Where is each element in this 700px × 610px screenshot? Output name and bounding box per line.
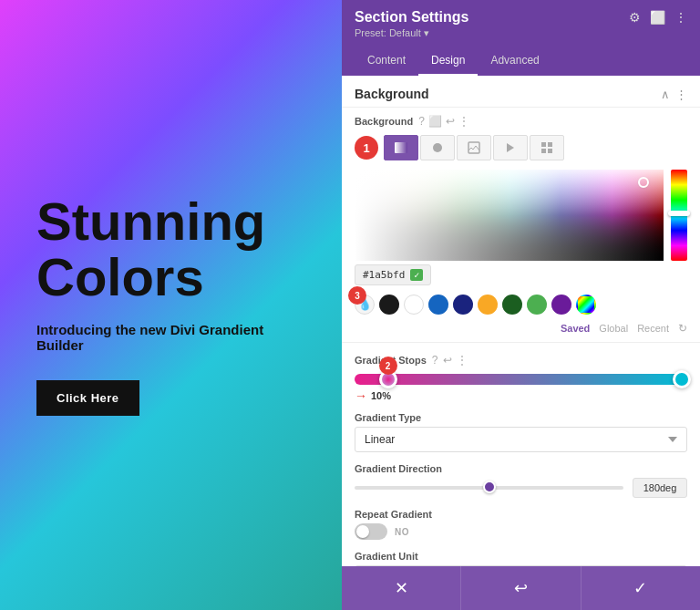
minimize-icon[interactable]: ⬜ <box>650 10 665 25</box>
copy-icon[interactable]: ⬜ <box>428 115 442 128</box>
hex-input[interactable]: #1a5bfd ✓ <box>355 264 431 285</box>
collapse-icon[interactable]: ∧ <box>661 88 670 101</box>
bottom-bar: ✕ ↩ ✓ <box>342 566 700 610</box>
tabs-bar: Content Design Advanced <box>342 47 700 76</box>
tab-design[interactable]: Design <box>418 47 478 76</box>
swatch-green[interactable] <box>527 295 547 315</box>
swatch-purple[interactable] <box>551 295 571 315</box>
swatch-white[interactable] <box>404 295 424 315</box>
subtitle: Introducing the new Divi Grandient Build… <box>36 322 305 353</box>
bottom-reset-button[interactable]: ↩ <box>461 566 581 610</box>
panel-title: Section Settings <box>355 9 468 26</box>
color-picker-area <box>342 164 700 261</box>
repeat-gradient-row: Repeat Gradient NO <box>342 503 700 545</box>
badge-2: 2 <box>379 357 397 375</box>
gradient-type-label: Gradient Type <box>355 412 687 423</box>
swatch-green-dark[interactable] <box>502 295 522 315</box>
percent-arrow-icon: → <box>355 388 367 403</box>
direction-thumb <box>483 481 496 493</box>
badge-1: 1 <box>355 136 378 160</box>
section-title-icons: ∧ ⋮ <box>661 88 687 101</box>
bg-label: Background <box>355 116 413 127</box>
bg-type-gradient[interactable] <box>384 135 418 160</box>
bottom-save-button[interactable]: ✓ <box>582 566 700 610</box>
more-icon[interactable]: ⋮ <box>674 10 687 25</box>
gradient-slider-area: 2 <box>342 370 700 387</box>
svg-rect-6 <box>541 149 546 153</box>
swatch-black[interactable] <box>379 295 399 315</box>
hex-confirm[interactable]: ✓ <box>410 269 423 281</box>
gradient-type-select[interactable]: Linear Radial Conic <box>355 427 687 452</box>
gradient-track[interactable]: 2 <box>355 374 687 385</box>
refresh-icon[interactable]: ↻ <box>678 322 687 335</box>
gradient-stop-end[interactable] <box>673 370 691 388</box>
preset-label[interactable]: Preset: Default ▾ <box>355 27 687 39</box>
gradient-reset-icon[interactable]: ↩ <box>443 354 452 367</box>
tab-advanced[interactable]: Advanced <box>478 47 551 76</box>
swatch-row: 3 💧 <box>342 289 700 320</box>
gradient-direction-slider[interactable] <box>355 486 623 490</box>
hue-thumb <box>668 211 690 216</box>
cancel-icon: ✕ <box>395 578 408 598</box>
swatch-rainbow[interactable] <box>576 295 596 315</box>
color-spectrum[interactable] <box>355 170 664 261</box>
percent-value: 10% <box>371 390 391 401</box>
swatch-yellow[interactable] <box>478 295 498 315</box>
gradient-unit-row: Gradient Unit Percent Pixel <box>342 545 700 566</box>
content-area: Background ∧ ⋮ Background ? ⬜ ↩ ⋮ 1 <box>342 76 700 566</box>
toggle-thumb <box>356 525 369 538</box>
reset-icon[interactable]: ↩ <box>446 115 455 128</box>
section-more-icon[interactable]: ⋮ <box>675 88 687 101</box>
help-icon[interactable]: ? <box>418 115 425 128</box>
section-title-bar: Background ∧ ⋮ <box>342 76 700 108</box>
gradient-unit-label: Gradient Unit <box>355 551 687 562</box>
tab-content[interactable]: Content <box>355 47 418 76</box>
bg-row-icons: ? ⬜ ↩ ⋮ <box>418 115 469 128</box>
gradient-help-icon[interactable]: ? <box>432 354 438 367</box>
bottom-cancel-button[interactable]: ✕ <box>342 566 461 610</box>
gradient-type-row: Gradient Type Linear Radial Conic <box>342 407 700 458</box>
repeat-gradient-label: Repeat Gradient <box>355 509 687 520</box>
bg-type-video[interactable] <box>493 135 528 160</box>
panel-header: Section Settings ⚙ ⬜ ⋮ Preset: Default ▾ <box>342 0 700 47</box>
click-here-button[interactable]: Click Here <box>36 380 139 416</box>
repeat-gradient-toggle-wrap: NO <box>355 523 687 540</box>
gradient-stops-icons: ? ↩ ⋮ <box>432 354 468 367</box>
settings-icon[interactable]: ⚙ <box>629 10 641 25</box>
repeat-gradient-toggle[interactable] <box>355 523 387 540</box>
toggle-label: NO <box>395 527 409 537</box>
gradient-direction-value[interactable]: 180deg <box>633 478 687 498</box>
swatch-navy[interactable] <box>453 295 473 315</box>
divider-1 <box>342 342 700 343</box>
badge-3: 3 <box>348 286 366 305</box>
bg-row: Background ? ⬜ ↩ ⋮ <box>342 108 700 131</box>
bg-more-icon[interactable]: ⋮ <box>458 115 469 128</box>
section-title: Background <box>355 87 429 101</box>
swatch-blue-dark[interactable] <box>428 295 448 315</box>
reset-icon-bottom: ↩ <box>514 578 528 598</box>
bg-type-icons: 1 <box>342 131 700 164</box>
header-icons: ⚙ ⬜ ⋮ <box>629 10 687 25</box>
bg-type-pattern[interactable] <box>530 135 564 160</box>
svg-point-1 <box>433 143 442 152</box>
svg-rect-4 <box>541 142 546 147</box>
recent-tab[interactable]: Recent <box>637 323 669 334</box>
spectrum-cursor <box>638 177 649 188</box>
gradient-direction-label: Gradient Direction <box>355 463 687 474</box>
save-icon: ✓ <box>633 578 647 598</box>
left-panel: Stunning Colors Introducing the new Divi… <box>0 0 342 610</box>
gradient-direction-row: Gradient Direction 180deg <box>342 458 700 503</box>
gradient-more-icon[interactable]: ⋮ <box>457 354 468 367</box>
gradient-stop-thumb[interactable]: 2 <box>379 370 397 388</box>
svg-rect-7 <box>548 149 552 153</box>
bg-type-color[interactable] <box>420 135 455 160</box>
svg-marker-3 <box>507 143 514 152</box>
global-tab[interactable]: Global <box>599 323 628 334</box>
hue-slider[interactable] <box>671 170 687 261</box>
saved-tab[interactable]: Saved <box>561 323 590 334</box>
bg-type-image[interactable] <box>457 135 491 160</box>
svg-rect-5 <box>548 142 552 147</box>
eyedropper-swatch[interactable]: 3 💧 <box>355 295 375 315</box>
main-heading: Stunning Colors <box>36 194 305 305</box>
right-panel: Section Settings ⚙ ⬜ ⋮ Preset: Default ▾… <box>342 0 700 610</box>
